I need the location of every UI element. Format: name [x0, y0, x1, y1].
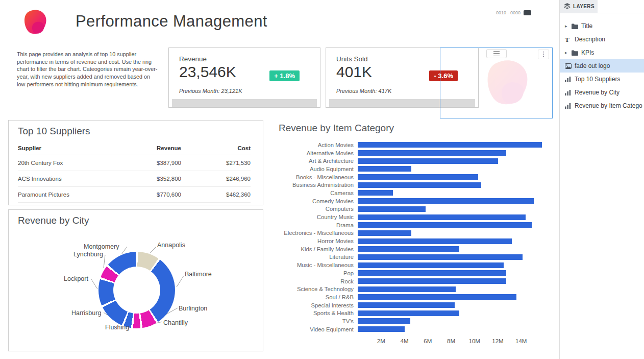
bar-track	[358, 150, 544, 156]
bar[interactable]	[358, 270, 506, 276]
chevron-right-icon[interactable]: ▸	[565, 50, 572, 55]
kpi-card-revenue[interactable]: Revenue 23,546K + 1.8% Previous Month: 2…	[168, 47, 320, 108]
bar-category-label: Soul / R&B	[268, 294, 358, 300]
city-chart-widget[interactable]: Revenue by City AnnapolisBaltimoreBurlin…	[8, 209, 263, 351]
bar[interactable]	[358, 286, 456, 292]
bar[interactable]	[358, 182, 481, 188]
bar[interactable]	[358, 198, 534, 204]
donut-ring[interactable]	[98, 252, 175, 328]
bar-category-label: TV's	[268, 318, 358, 324]
hamburger-icon	[493, 51, 500, 56]
cell-value: $246,960	[181, 176, 251, 182]
axis-tick-label: 2M	[377, 338, 385, 344]
bar[interactable]	[358, 238, 512, 244]
category-chart-widget[interactable]: Revenue by Item Category Action MoviesAl…	[268, 123, 553, 348]
kpi-scroll-strip[interactable]	[172, 99, 317, 107]
layers-icon	[564, 2, 571, 11]
layer-item-description[interactable]: TDescription	[560, 33, 644, 46]
column-header-revenue: Revenue	[104, 145, 181, 151]
page-title: Performance Management	[76, 12, 267, 31]
widget-menu-button[interactable]: ⋮	[538, 50, 549, 59]
kpi-value: 401K	[336, 63, 372, 81]
bar-track	[358, 214, 544, 220]
bar-chart-row: Literature	[268, 253, 553, 261]
bar-category-label: Cameras	[268, 190, 358, 196]
donut-slice-label: Lockport	[64, 275, 88, 282]
layers-tab-label: LAYERS	[573, 4, 595, 9]
bar-chart-row: Alternative Movies	[268, 149, 553, 157]
bar[interactable]	[358, 262, 504, 268]
bar[interactable]	[358, 302, 455, 308]
bar-track	[358, 278, 544, 284]
donut-slice-label: Montgomery	[84, 243, 119, 250]
layer-item-revenue-by-city[interactable]: Revenue by City	[560, 86, 644, 99]
bar-chart-row: Sports & Health	[268, 309, 553, 317]
bar[interactable]	[358, 142, 542, 148]
bar-chart-row: Cameras	[268, 189, 553, 197]
bar[interactable]	[358, 246, 459, 252]
bar-category-label: Kids / Family Movies	[268, 246, 358, 252]
layer-item-fade-out-logo[interactable]: fade out logo	[560, 59, 644, 73]
bar-track	[358, 286, 544, 292]
bar-track	[358, 294, 544, 300]
bar[interactable]	[358, 318, 410, 324]
image-icon	[565, 63, 575, 69]
bar-chart-row: Audio Equipment	[268, 165, 553, 173]
chart-icon	[565, 77, 575, 82]
bar-category-label: Books - Miscellaneous	[268, 174, 358, 180]
bar[interactable]	[358, 190, 393, 196]
layers-panel-header: LAYERS	[560, 0, 644, 13]
selected-widget-fade-out-logo[interactable]: ⋮	[440, 47, 553, 118]
kpi-label: Units Sold	[336, 55, 368, 63]
bar[interactable]	[358, 166, 411, 172]
description-text: This page provides an analysis of top 10…	[17, 51, 161, 88]
cell-supplier-name: ACS Innovations	[18, 176, 104, 182]
bar-track	[358, 230, 544, 236]
table-row[interactable]: ACS Innovations$352,800$246,960	[18, 171, 251, 187]
bar-category-label: Country Music	[268, 214, 358, 220]
bar-track	[358, 158, 544, 164]
bar[interactable]	[358, 222, 532, 228]
bar-category-label: Science & Technology	[268, 286, 358, 292]
bar[interactable]	[358, 174, 478, 180]
bar[interactable]	[358, 254, 523, 260]
suppliers-widget[interactable]: Top 10 Suppliers SupplierRevenueCost 20t…	[8, 120, 263, 205]
bar-category-label: Sports & Health	[268, 310, 358, 316]
donut-slice-label: Burlington	[179, 305, 207, 312]
bar-category-label: Music - Miscellaneous	[268, 262, 358, 268]
bar-track	[358, 318, 544, 324]
bar-category-label: Literature	[268, 254, 358, 260]
suppliers-header-row: SupplierRevenueCost	[18, 143, 251, 155]
bar[interactable]	[358, 230, 411, 236]
bar[interactable]	[358, 326, 405, 332]
dashboard-canvas[interactable]: Performance Management 0010 - 0000 This …	[0, 0, 559, 359]
kpi-previous: Previous Month: 417K	[336, 88, 391, 94]
faded-logo-image	[480, 56, 534, 112]
bar-chart-row: Art & Architecture	[268, 157, 553, 165]
column-header-supplier: Supplier	[18, 145, 104, 151]
layer-item-title[interactable]: ▸Title	[560, 19, 644, 33]
bar-track	[358, 238, 544, 244]
bar[interactable]	[358, 294, 516, 300]
bar[interactable]	[358, 206, 426, 212]
bar-track	[358, 174, 544, 180]
bar[interactable]	[358, 214, 526, 220]
axis-tick-label: 10M	[469, 338, 480, 344]
cell-value: $387,900	[104, 160, 181, 166]
bar[interactable]	[358, 150, 506, 156]
table-row[interactable]: Paramount Pictures$770,600$462,360	[18, 187, 251, 203]
bar-category-label: Alternative Movies	[268, 150, 358, 156]
table-row[interactable]: 20th Century Fox$387,900$271,530	[18, 155, 251, 171]
bar[interactable]	[358, 158, 498, 164]
bar[interactable]	[358, 310, 459, 316]
bar-track	[358, 198, 544, 204]
layer-item-top-10-suppliers[interactable]: Top 10 Suppliers	[560, 73, 644, 86]
bar[interactable]	[358, 278, 506, 284]
bar-track	[358, 270, 544, 276]
chevron-right-icon[interactable]: ▸	[565, 23, 572, 29]
layer-item-revenue-by-item-catego[interactable]: Revenue by Item Catego	[560, 99, 644, 112]
bar-chart-row: Kids / Family Movies	[268, 245, 553, 253]
layer-item-kpis[interactable]: ▸KPIs	[560, 46, 644, 59]
bar-chart-row: Books - Miscellaneous	[268, 173, 553, 181]
layers-tab[interactable]: LAYERS	[560, 0, 598, 13]
